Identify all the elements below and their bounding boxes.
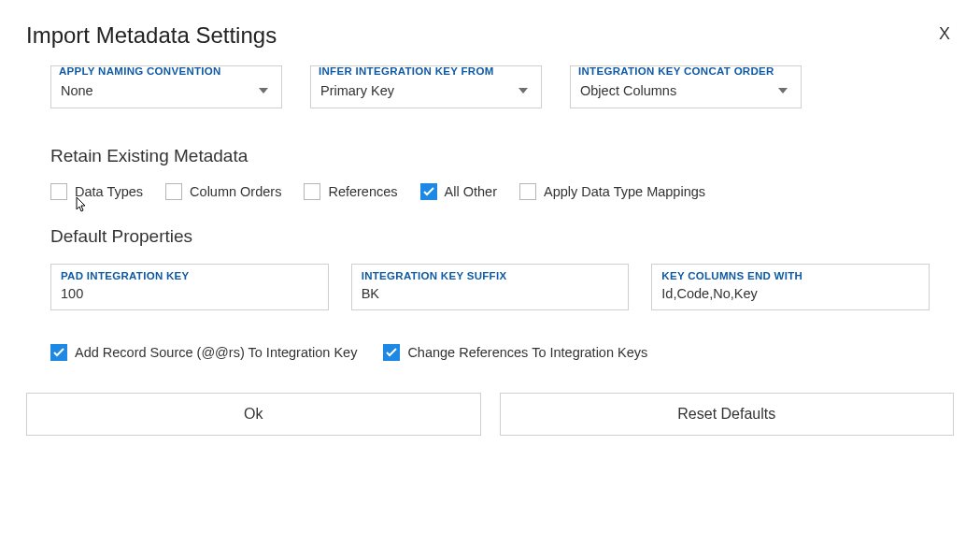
checkbox-label: Data Types bbox=[75, 184, 143, 199]
checkbox-column-orders[interactable]: Column Orders bbox=[165, 183, 281, 200]
retain-heading: Retain Existing Metadata bbox=[26, 146, 954, 166]
checkbox-icon bbox=[383, 344, 400, 361]
options-row: Add Record Source (@@rs) To Integration … bbox=[26, 344, 954, 361]
dialog-title: Import Metadata Settings bbox=[26, 22, 954, 49]
checkbox-data-types[interactable]: Data Types bbox=[50, 183, 143, 200]
checkbox-add-record-source[interactable]: Add Record Source (@@rs) To Integration … bbox=[50, 344, 357, 361]
button-label: Reset Defaults bbox=[677, 406, 775, 423]
checkbox-icon bbox=[165, 183, 182, 200]
checkbox-icon bbox=[50, 183, 67, 200]
key-columns-end-with-field[interactable]: KEY COLUMNS END WITH Id,Code,No,Key bbox=[651, 264, 930, 310]
dd-value: None bbox=[61, 83, 93, 98]
button-row: Ok Reset Defaults bbox=[26, 393, 954, 436]
integration-key-suffix-field[interactable]: INTEGRATION KEY SUFFIX BK bbox=[351, 264, 630, 310]
checkbox-icon bbox=[519, 183, 536, 200]
close-button[interactable]: X bbox=[939, 24, 950, 44]
pad-integration-key-field[interactable]: PAD INTEGRATION KEY 100 bbox=[50, 264, 329, 310]
defaults-fields-row: PAD INTEGRATION KEY 100 INTEGRATION KEY … bbox=[26, 264, 954, 310]
checkbox-icon bbox=[50, 344, 67, 361]
field-label: PAD INTEGRATION KEY bbox=[61, 270, 319, 281]
dd-label: INFER INTEGRATION KEY FROM bbox=[319, 66, 494, 76]
dd-label: APPLY NAMING CONVENTION bbox=[59, 66, 221, 76]
field-label: INTEGRATION KEY SUFFIX bbox=[362, 270, 619, 281]
field-value: BK bbox=[362, 286, 379, 301]
checkbox-label: Change References To Integration Keys bbox=[407, 345, 647, 360]
ok-button[interactable]: Ok bbox=[26, 393, 481, 436]
dd-value: Object Columns bbox=[580, 83, 676, 98]
field-value: 100 bbox=[61, 286, 83, 301]
infer-integration-key-select[interactable]: INFER INTEGRATION KEY FROM Primary Key bbox=[310, 65, 542, 108]
checkbox-label: Apply Data Type Mappings bbox=[544, 184, 705, 199]
defaults-heading: Default Properties bbox=[26, 226, 954, 247]
checkbox-all-other[interactable]: All Other bbox=[420, 183, 497, 200]
checkbox-references[interactable]: References bbox=[304, 183, 397, 200]
apply-naming-convention-select[interactable]: APPLY NAMING CONVENTION None bbox=[50, 65, 282, 108]
checkbox-label: Add Record Source (@@rs) To Integration … bbox=[75, 345, 357, 360]
dropdown-row: APPLY NAMING CONVENTION None INFER INTEG… bbox=[26, 65, 954, 108]
retain-checkbox-row: Data Types Column Orders References All … bbox=[26, 183, 954, 200]
checkbox-label: Column Orders bbox=[190, 184, 281, 199]
chevron-down-icon bbox=[778, 88, 788, 93]
checkbox-apply-data-type-mappings[interactable]: Apply Data Type Mappings bbox=[519, 183, 705, 200]
dd-value: Primary Key bbox=[320, 83, 394, 98]
integration-key-concat-order-select[interactable]: INTEGRATION KEY CONCAT ORDER Object Colu… bbox=[570, 65, 802, 108]
checkbox-icon bbox=[420, 183, 437, 200]
button-label: Ok bbox=[244, 406, 263, 423]
checkbox-label: References bbox=[328, 184, 397, 199]
chevron-down-icon bbox=[518, 88, 528, 93]
field-value: Id,Code,No,Key bbox=[661, 286, 757, 301]
checkbox-label: All Other bbox=[445, 184, 497, 199]
import-metadata-dialog: Import Metadata Settings X APPLY NAMING … bbox=[0, 0, 980, 454]
checkbox-icon bbox=[304, 183, 320, 200]
reset-defaults-button[interactable]: Reset Defaults bbox=[500, 393, 955, 436]
chevron-down-icon bbox=[259, 88, 268, 93]
field-label: KEY COLUMNS END WITH bbox=[661, 270, 919, 281]
checkbox-change-references[interactable]: Change References To Integration Keys bbox=[383, 344, 647, 361]
dd-label: INTEGRATION KEY CONCAT ORDER bbox=[578, 66, 774, 76]
